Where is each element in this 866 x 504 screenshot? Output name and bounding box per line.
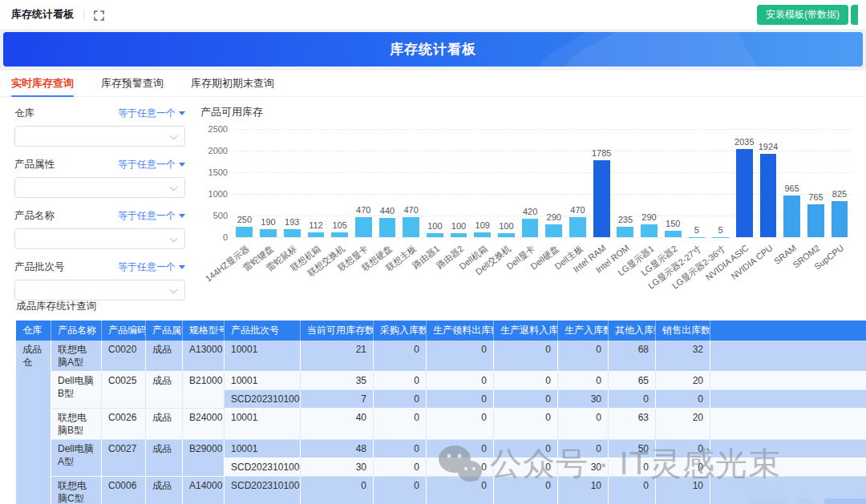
chevron-down-icon [170,235,178,243]
table-cell: 0 [609,458,656,477]
bar[interactable] [593,160,610,237]
bar[interactable] [284,229,301,237]
table-row: Dell电脑A型C0027成品B2900010001480000500 [16,440,866,458]
topbar-actions: 安装模板(带数据) [757,5,858,25]
bar[interactable] [712,237,729,238]
column-header: 产品批次号 [225,321,301,341]
filter-operator-link[interactable]: 等于任意一个 [118,158,185,171]
product-attribute-select[interactable] [14,177,185,198]
batch-number-select[interactable] [14,280,185,300]
table-cell: A14000 [183,477,225,504]
table-cell: 10001 [225,409,301,440]
table-cell: 20 [656,372,710,390]
pagination-stub[interactable] [824,498,866,504]
table-cell: 10001 [225,440,301,458]
bar[interactable] [689,237,706,238]
table-cell: 联想电脑B型 [51,409,102,440]
column-header: 当前可用库存数量 [301,321,374,341]
bar[interactable] [427,233,443,237]
table-cell: 0 [494,372,558,390]
bar[interactable] [355,217,372,237]
secondary-button-stub[interactable] [851,5,858,25]
tab-period-inventory[interactable]: 库存期初期末查询 [191,71,274,97]
table-cell [710,409,866,440]
bar[interactable] [260,229,277,237]
table-cell: 0 [494,477,558,504]
bar[interactable] [736,149,753,237]
table-cell: 0 [558,372,609,390]
table-cell: 65 [609,372,656,390]
table-cell: 0 [427,409,494,440]
bar-slot: 965SRAM [780,129,804,237]
warehouse-select[interactable] [14,126,185,147]
bar[interactable] [474,232,491,237]
table-row: 联想电脑C型C0006成品A14000SCD202310100010000100… [16,477,866,504]
bar[interactable] [545,224,562,237]
bar[interactable] [451,233,467,237]
table-cell: B24000 [183,409,225,440]
caret-down-icon [179,214,185,218]
y-axis-tick: 2500 [199,124,228,134]
pagination-stub[interactable] [750,498,787,504]
topbar: 库存统计看板 安装模板(带数据) [0,0,866,29]
table-cell: 30 [558,390,609,409]
column-header: 采购入库数量 [374,321,427,341]
page-title: 库存统计看板 [390,40,476,58]
table-cell: 成品仓 [16,341,51,504]
bar[interactable] [498,233,515,237]
bar[interactable] [617,227,633,237]
table-cell: 0 [374,458,427,477]
table-cell: 0 [609,390,656,409]
column-header: 生产领料出库数量 [427,321,494,341]
filter-panel: 仓库 等于任意一个 产品属性 等于任意一个 产品名称 等于任意一个 [14,97,185,293]
install-template-button[interactable]: 安装模板(带数据) [757,5,848,25]
pagination-stub[interactable] [797,498,814,504]
table-clip: 仓库产品名称产品编码产品属性规格型号产品批次号当前可用库存数量采购入库数量生产领… [16,321,866,504]
bar[interactable] [308,232,325,237]
filter-operator-link[interactable]: 等于任意一个 [118,260,185,274]
table-cell: 0 [427,440,494,458]
filter-operator-link[interactable]: 等于任意一个 [118,209,185,223]
tab-realtime-inventory[interactable]: 实时库存查询 [11,71,74,97]
table-cell [710,458,866,477]
table-cell: 0 [374,372,427,390]
table-cell: C0006 [102,477,146,504]
bar[interactable] [783,196,800,237]
bar[interactable] [807,204,824,237]
table-cell: 50 [609,440,656,458]
table-cell: 成品 [146,341,183,372]
caret-down-icon [179,163,185,167]
bar[interactable] [236,227,253,238]
fullscreen-icon[interactable] [94,10,104,20]
column-header: 生产退料入库数量 [494,321,558,341]
table-section: 成品库存统计查询 仓库产品名称产品编码产品属性规格型号产品批次号当前可用库存数量… [0,300,866,504]
column-header: 产品名称 [51,321,102,341]
bar[interactable] [331,232,348,237]
table-cell: 0 [558,341,609,372]
bar[interactable] [379,218,396,237]
tab-inventory-warning[interactable]: 库存预警查询 [101,71,164,97]
bar[interactable] [760,154,777,237]
table-row: Dell电脑B型C0025成品B21000100013500006520 [16,372,866,390]
bar[interactable] [569,217,586,237]
column-header: 生产入库数量 [558,321,609,341]
table-cell: 0 [301,477,374,504]
banner-decoration [517,32,775,67]
table-cell: 7 [301,390,374,409]
table-body: 成品仓联想电脑A型C0020成品A13000100012100006832Del… [16,341,866,504]
chart-bars: 250144HZ显示器190雷蛇键盘193雷蛇鼠标112联想机箱105联想交换机… [233,129,852,237]
chevron-down-icon [170,286,178,294]
table-cell: 48 [301,440,374,458]
table-cell: 联想电脑A型 [51,341,102,372]
bar-slot: 290Dell硬盘 [542,129,566,237]
bar-slot: 765SROM2 [804,129,828,237]
product-name-select[interactable] [14,228,185,249]
bar[interactable] [832,201,848,237]
table-row: 成品仓联想电脑A型C0020成品A13000100012100006832 [16,341,866,372]
filter-operator-link[interactable]: 等于任意一个 [118,107,185,120]
table-cell: 10001 [225,341,301,372]
table-cell: 0 [427,372,494,390]
chart-product-available-stock: 产品可用库存 25002000150010005000250144HZ显示器19… [200,97,866,293]
table-cell: 21 [301,341,374,372]
table-cell: SCD20231010001 [225,477,301,504]
